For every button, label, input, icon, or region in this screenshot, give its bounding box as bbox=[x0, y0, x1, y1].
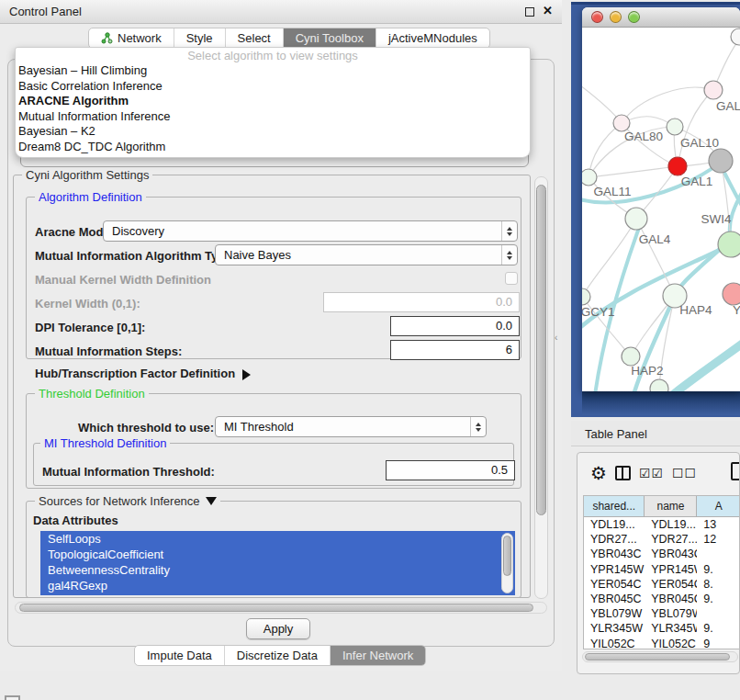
network-node-swi4[interactable] bbox=[718, 231, 740, 257]
attributes-vscroll-thumb[interactable] bbox=[503, 536, 511, 576]
table-cell: YBL079W bbox=[645, 606, 697, 621]
apply-button[interactable]: Apply bbox=[246, 618, 310, 639]
zoom-traffic-light-icon[interactable] bbox=[628, 11, 640, 23]
settings-vscroll-thumb[interactable] bbox=[536, 185, 546, 515]
table-row[interactable]: YIL052CYIL052C9 bbox=[584, 637, 740, 650]
sources-title-toggle[interactable]: Sources for Network Inference bbox=[35, 494, 220, 508]
network-window-titlebar[interactable] bbox=[582, 7, 740, 28]
tab-jactivemnodules-label: jActiveMNodules bbox=[388, 28, 477, 48]
kernel-width-label: Kernel Width (0,1): bbox=[35, 297, 140, 310]
manual-kernel-checkbox[interactable] bbox=[505, 272, 518, 285]
table-row[interactable]: YBL079WYBL079W bbox=[584, 606, 740, 621]
network-panel-lower-background bbox=[582, 391, 740, 415]
mi-type-combo[interactable]: Naive Bayes bbox=[215, 244, 518, 265]
tab-network[interactable]: Network bbox=[89, 28, 174, 48]
minimize-traffic-light-icon[interactable] bbox=[610, 11, 622, 23]
network-node-gal1[interactable] bbox=[668, 157, 687, 175]
network-node[interactable] bbox=[650, 379, 668, 391]
data-attributes-list[interactable]: SelfLoopsTopologicalCoefficientBetweenne… bbox=[40, 531, 515, 595]
float-window-icon[interactable] bbox=[525, 7, 534, 17]
which-threshold-label: Which threshold to use: bbox=[78, 421, 214, 435]
network-canvas[interactable]: GALGAL80GAL10GAL1GAL11SWI4GAL4GCY1HAP4YH… bbox=[582, 28, 740, 391]
tab-select-label: Select bbox=[238, 28, 271, 48]
table-row[interactable]: YPR145WYPR145W9. bbox=[584, 562, 740, 577]
dpi-tolerance-field[interactable]: 0.0 bbox=[390, 316, 520, 336]
node-table[interactable]: shared...nameA YDL19...YDL19...13YDR27..… bbox=[583, 495, 740, 649]
table-row[interactable]: YLR345WYLR345W9. bbox=[584, 621, 740, 636]
settings-hscroll-thumb[interactable] bbox=[19, 604, 533, 612]
tab-style[interactable]: Style bbox=[174, 28, 226, 48]
combo-spinner-icon bbox=[470, 417, 486, 436]
which-threshold-combo[interactable]: MI Threshold bbox=[215, 416, 487, 437]
table-row[interactable]: YER054CYER054C8. bbox=[584, 577, 740, 592]
minimized-panel-icon[interactable] bbox=[5, 695, 20, 700]
table-row[interactable]: YBR045CYBR045C9. bbox=[584, 592, 740, 606]
table-row[interactable]: YDR27...YDR27...12 bbox=[584, 532, 740, 547]
algorithm-option[interactable]: Bayesian – Hill Climbing bbox=[16, 63, 530, 79]
algorithm-option[interactable]: Mutual Information Inference bbox=[16, 109, 530, 125]
table-cell: YDR27... bbox=[584, 532, 645, 547]
attribute-item-selected[interactable]: TopologicalCoefficient bbox=[40, 547, 515, 562]
tab-infer-network[interactable]: Infer Network bbox=[331, 646, 425, 665]
network-node-gal4[interactable] bbox=[625, 208, 647, 230]
panel-splitter-handle[interactable]: ‹ bbox=[555, 333, 557, 343]
table-panel-header: Table Panel bbox=[571, 421, 740, 446]
network-node-y[interactable] bbox=[723, 283, 740, 305]
hub-definition-toggle[interactable]: Hub/Transcription Factor Definition bbox=[35, 367, 256, 380]
table-horizontal-scrollbar[interactable] bbox=[582, 651, 738, 662]
attribute-item-selected[interactable]: BetweennessCentrality bbox=[40, 562, 515, 578]
network-node-gal10[interactable] bbox=[667, 119, 683, 135]
aracne-mode-combo[interactable]: Discovery bbox=[103, 220, 518, 242]
tab-impute-data[interactable]: Impute Data bbox=[135, 646, 225, 665]
algorithm-option[interactable]: ARACNE Algorithm bbox=[16, 94, 530, 109]
algorithm-option[interactable]: Basic Correlation Inference bbox=[16, 79, 530, 95]
table-row[interactable]: YBR043CYBR043C bbox=[584, 547, 740, 561]
network-node[interactable] bbox=[709, 149, 733, 173]
network-node-gal[interactable] bbox=[704, 81, 723, 99]
table-column-header[interactable]: name bbox=[645, 496, 697, 516]
close-traffic-light-icon[interactable] bbox=[591, 11, 603, 23]
mi-threshold-field[interactable]: 0.5 bbox=[386, 460, 515, 480]
network-node-gcy1[interactable] bbox=[582, 288, 590, 305]
settings-vertical-scrollbar[interactable] bbox=[534, 176, 548, 599]
settings-horizontal-scrollbar[interactable] bbox=[15, 602, 547, 614]
table-column-header[interactable]: A bbox=[697, 496, 740, 516]
network-node-gal11[interactable] bbox=[582, 169, 597, 186]
tab-cyni-toolbox-label: Cyni Toolbox bbox=[296, 28, 364, 48]
tab-select[interactable]: Select bbox=[226, 28, 284, 48]
table-hscroll-thumb[interactable] bbox=[585, 653, 730, 660]
columns-icon[interactable] bbox=[615, 466, 631, 480]
kernel-width-field[interactable]: 0.0 bbox=[323, 292, 520, 312]
table-column-header[interactable]: shared... bbox=[584, 496, 645, 516]
attribute-item-selected[interactable]: gal4RGexp bbox=[40, 578, 515, 593]
unchecked-checkboxes-icon[interactable]: ☐☐ bbox=[672, 466, 697, 480]
table-cell: YLR345W bbox=[584, 621, 645, 636]
tab-discretize-data[interactable]: Discretize Data bbox=[225, 646, 331, 665]
attribute-item-selected[interactable]: SelfLoops bbox=[40, 531, 515, 547]
algorithm-option[interactable]: Bayesian – K2 bbox=[16, 124, 530, 140]
attributes-vertical-scrollbar[interactable] bbox=[501, 533, 513, 593]
network-node-hap2[interactable] bbox=[622, 347, 640, 366]
network-edge[interactable] bbox=[589, 166, 678, 177]
dpi-tolerance-label: DPI Tolerance [0,1]: bbox=[35, 321, 145, 334]
tab-cyni-toolbox[interactable]: Cyni Toolbox bbox=[284, 28, 376, 48]
cyni-settings-title: Cyni Algorithm Settings bbox=[22, 168, 152, 182]
table-row[interactable]: YDL19...YDL19...13 bbox=[584, 517, 740, 532]
table-toolbar: ⚙ ☑☑ ☐☐ bbox=[577, 453, 740, 493]
tab-jactivemnodules[interactable]: jActiveMNodules bbox=[376, 28, 489, 48]
network-edge[interactable] bbox=[670, 340, 740, 391]
network-canvas-svg: GALGAL80GAL10GAL1GAL11SWI4GAL4GCY1HAP4YH… bbox=[582, 28, 740, 391]
network-edge[interactable] bbox=[636, 219, 675, 296]
network-node-label: SWI4 bbox=[701, 212, 731, 226]
table-cell: 8. bbox=[697, 577, 740, 592]
close-icon[interactable]: ✕ bbox=[543, 4, 553, 17]
new-table-icon[interactable] bbox=[731, 462, 740, 480]
checked-checkboxes-icon[interactable]: ☑☑ bbox=[639, 466, 664, 480]
gear-icon[interactable]: ⚙ bbox=[590, 464, 607, 482]
network-node[interactable] bbox=[731, 28, 740, 45]
network-node-label: GAL10 bbox=[680, 136, 719, 150]
mi-steps-field[interactable]: 6 bbox=[390, 340, 520, 360]
algorithm-list: Bayesian – Hill ClimbingBasic Correlatio… bbox=[16, 63, 530, 154]
algorithm-definition-title: Algorithm Definition bbox=[35, 190, 146, 204]
algorithm-option[interactable]: Dream8 DC_TDC Algorithm bbox=[16, 140, 530, 155]
